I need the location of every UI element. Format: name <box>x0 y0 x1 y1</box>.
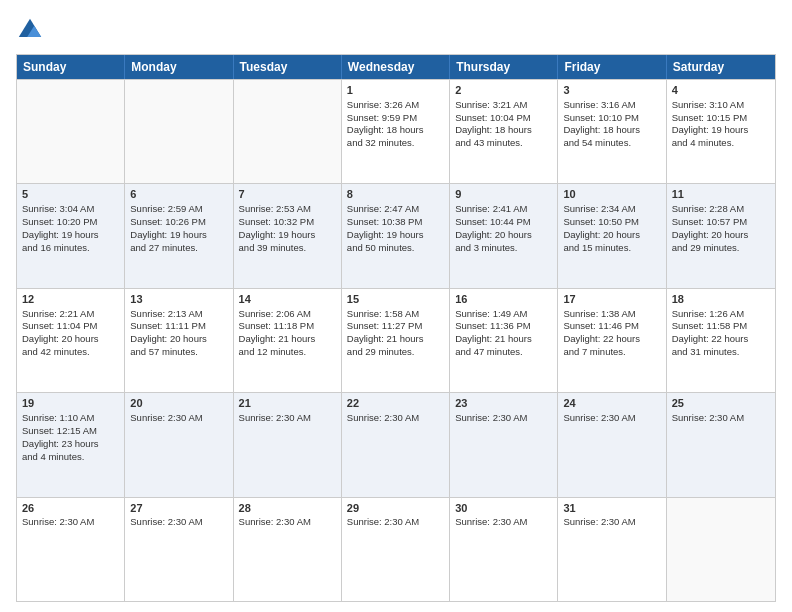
day-info-line: Sunrise: 3:16 AM <box>563 99 660 112</box>
day-info-line: Sunrise: 2:30 AM <box>455 516 552 529</box>
day-number: 3 <box>563 83 660 98</box>
day-number: 12 <box>22 292 119 307</box>
cal-cell <box>125 80 233 183</box>
cal-cell: 4Sunrise: 3:10 AMSunset: 10:15 PMDayligh… <box>667 80 775 183</box>
day-number: 31 <box>563 501 660 516</box>
day-info-line: Daylight: 22 hours <box>672 333 770 346</box>
day-number: 17 <box>563 292 660 307</box>
day-info-line: Sunset: 10:50 PM <box>563 216 660 229</box>
day-number: 21 <box>239 396 336 411</box>
day-info-line: and 47 minutes. <box>455 346 552 359</box>
week-row-4: 19Sunrise: 1:10 AMSunset: 12:15 AMDaylig… <box>17 392 775 496</box>
cal-cell: 11Sunrise: 2:28 AMSunset: 10:57 PMDaylig… <box>667 184 775 287</box>
day-info-line: Sunset: 12:15 AM <box>22 425 119 438</box>
day-number: 29 <box>347 501 444 516</box>
day-info-line: Daylight: 19 hours <box>672 124 770 137</box>
week-row-1: 1Sunrise: 3:26 AMSunset: 9:59 PMDaylight… <box>17 79 775 183</box>
cal-cell <box>234 80 342 183</box>
day-header-thursday: Thursday <box>450 55 558 79</box>
day-number: 14 <box>239 292 336 307</box>
cal-cell <box>667 498 775 601</box>
cal-cell: 12Sunrise: 2:21 AMSunset: 11:04 PMDaylig… <box>17 289 125 392</box>
week-row-2: 5Sunrise: 3:04 AMSunset: 10:20 PMDayligh… <box>17 183 775 287</box>
day-number: 15 <box>347 292 444 307</box>
day-info-line: Sunrise: 1:49 AM <box>455 308 552 321</box>
cal-cell <box>17 80 125 183</box>
cal-cell: 20Sunrise: 2:30 AM <box>125 393 233 496</box>
day-info-line: Sunrise: 2:59 AM <box>130 203 227 216</box>
day-number: 19 <box>22 396 119 411</box>
page: SundayMondayTuesdayWednesdayThursdayFrid… <box>0 0 792 612</box>
cal-cell: 3Sunrise: 3:16 AMSunset: 10:10 PMDayligh… <box>558 80 666 183</box>
day-info-line: Sunrise: 2:30 AM <box>130 412 227 425</box>
day-info-line: and 27 minutes. <box>130 242 227 255</box>
day-info-line: Sunrise: 1:58 AM <box>347 308 444 321</box>
day-info-line: Sunset: 10:26 PM <box>130 216 227 229</box>
day-info-line: Daylight: 19 hours <box>22 229 119 242</box>
cal-cell: 15Sunrise: 1:58 AMSunset: 11:27 PMDaylig… <box>342 289 450 392</box>
calendar-header: SundayMondayTuesdayWednesdayThursdayFrid… <box>17 55 775 79</box>
day-header-saturday: Saturday <box>667 55 775 79</box>
day-info-line: and 3 minutes. <box>455 242 552 255</box>
day-info-line: Sunrise: 1:26 AM <box>672 308 770 321</box>
cal-cell: 2Sunrise: 3:21 AMSunset: 10:04 PMDayligh… <box>450 80 558 183</box>
day-info-line: Sunset: 11:27 PM <box>347 320 444 333</box>
day-info-line: Daylight: 23 hours <box>22 438 119 451</box>
day-info-line: Sunrise: 2:30 AM <box>239 516 336 529</box>
day-info-line: and 29 minutes. <box>347 346 444 359</box>
day-info-line: Sunrise: 1:10 AM <box>22 412 119 425</box>
day-info-line: Sunrise: 2:30 AM <box>130 516 227 529</box>
calendar: SundayMondayTuesdayWednesdayThursdayFrid… <box>16 54 776 602</box>
day-header-monday: Monday <box>125 55 233 79</box>
day-info-line: Sunset: 11:18 PM <box>239 320 336 333</box>
day-info-line: Sunrise: 2:30 AM <box>239 412 336 425</box>
day-number: 9 <box>455 187 552 202</box>
day-info-line: Sunset: 10:04 PM <box>455 112 552 125</box>
day-number: 22 <box>347 396 444 411</box>
day-number: 24 <box>563 396 660 411</box>
day-number: 28 <box>239 501 336 516</box>
day-number: 13 <box>130 292 227 307</box>
cal-cell: 29Sunrise: 2:30 AM <box>342 498 450 601</box>
cal-cell: 22Sunrise: 2:30 AM <box>342 393 450 496</box>
day-header-wednesday: Wednesday <box>342 55 450 79</box>
cal-cell: 31Sunrise: 2:30 AM <box>558 498 666 601</box>
day-info-line: Sunset: 11:36 PM <box>455 320 552 333</box>
day-info-line: Sunset: 11:46 PM <box>563 320 660 333</box>
cal-cell: 18Sunrise: 1:26 AMSunset: 11:58 PMDaylig… <box>667 289 775 392</box>
day-info-line: and 43 minutes. <box>455 137 552 150</box>
day-info-line: and 39 minutes. <box>239 242 336 255</box>
day-info-line: Daylight: 22 hours <box>563 333 660 346</box>
day-number: 16 <box>455 292 552 307</box>
day-info-line: Sunrise: 2:53 AM <box>239 203 336 216</box>
day-info-line: Sunset: 10:20 PM <box>22 216 119 229</box>
day-number: 1 <box>347 83 444 98</box>
day-info-line: Sunrise: 2:13 AM <box>130 308 227 321</box>
day-info-line: Sunrise: 2:30 AM <box>455 412 552 425</box>
cal-cell: 19Sunrise: 1:10 AMSunset: 12:15 AMDaylig… <box>17 393 125 496</box>
day-info-line: Sunset: 11:04 PM <box>22 320 119 333</box>
day-header-friday: Friday <box>558 55 666 79</box>
cal-cell: 13Sunrise: 2:13 AMSunset: 11:11 PMDaylig… <box>125 289 233 392</box>
cal-cell: 16Sunrise: 1:49 AMSunset: 11:36 PMDaylig… <box>450 289 558 392</box>
day-info-line: Sunrise: 2:30 AM <box>563 516 660 529</box>
cal-cell: 24Sunrise: 2:30 AM <box>558 393 666 496</box>
cal-cell: 26Sunrise: 2:30 AM <box>17 498 125 601</box>
week-row-5: 26Sunrise: 2:30 AM27Sunrise: 2:30 AM28Su… <box>17 497 775 601</box>
day-number: 5 <box>22 187 119 202</box>
day-info-line: and 12 minutes. <box>239 346 336 359</box>
day-info-line: and 50 minutes. <box>347 242 444 255</box>
cal-cell: 14Sunrise: 2:06 AMSunset: 11:18 PMDaylig… <box>234 289 342 392</box>
day-number: 20 <box>130 396 227 411</box>
day-info-line: and 31 minutes. <box>672 346 770 359</box>
day-info-line: Sunrise: 2:30 AM <box>563 412 660 425</box>
day-info-line: Sunset: 10:38 PM <box>347 216 444 229</box>
cal-cell: 23Sunrise: 2:30 AM <box>450 393 558 496</box>
cal-cell: 9Sunrise: 2:41 AMSunset: 10:44 PMDayligh… <box>450 184 558 287</box>
day-info-line: Sunrise: 2:21 AM <box>22 308 119 321</box>
day-header-sunday: Sunday <box>17 55 125 79</box>
day-number: 6 <box>130 187 227 202</box>
cal-cell: 6Sunrise: 2:59 AMSunset: 10:26 PMDayligh… <box>125 184 233 287</box>
day-info-line: Daylight: 20 hours <box>22 333 119 346</box>
day-info-line: Daylight: 19 hours <box>130 229 227 242</box>
